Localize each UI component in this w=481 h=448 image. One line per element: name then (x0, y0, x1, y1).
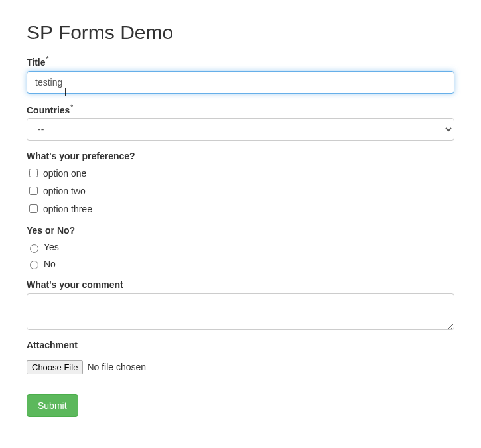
file-status-text: No file chosen (87, 362, 146, 372)
attachment-group: Attachment Choose File No file chosen (27, 340, 454, 374)
preference-option-two[interactable]: option two (27, 185, 454, 197)
preference-option-one-label: option one (43, 168, 86, 179)
attachment-label: Attachment (27, 340, 454, 350)
yesno-yes-label: Yes (44, 242, 59, 253)
yesno-radio-no[interactable] (30, 261, 38, 269)
preference-option-one[interactable]: option one (27, 167, 454, 179)
title-input[interactable] (27, 71, 454, 94)
required-asterisk: * (46, 56, 49, 63)
countries-label: Countries* (27, 104, 454, 115)
comment-label: What's your comment (27, 279, 454, 290)
preference-checkbox-three[interactable] (29, 204, 38, 213)
required-asterisk: * (70, 104, 73, 111)
countries-label-text: Countries (27, 104, 70, 115)
yesno-option-no[interactable]: No (27, 258, 454, 269)
preference-checkbox-one[interactable] (29, 169, 38, 177)
form-container: SP Forms Demo Title* I Countries* -- Wha… (0, 0, 481, 430)
preference-checkbox-two[interactable] (29, 187, 38, 195)
submit-button[interactable]: Submit (27, 394, 78, 417)
preference-option-three[interactable]: option three (27, 202, 454, 215)
title-group: Title* I (27, 56, 454, 94)
yesno-group: Yes or No? Yes No (27, 225, 454, 269)
countries-group: Countries* -- (27, 104, 454, 141)
preference-group: What's your preference? option one optio… (27, 151, 454, 215)
page-title: SP Forms Demo (27, 21, 454, 44)
yesno-label: Yes or No? (27, 225, 454, 236)
title-input-wrap: I (27, 71, 454, 94)
yesno-radio-yes[interactable] (30, 244, 38, 253)
comment-textarea[interactable] (27, 293, 454, 330)
choose-file-button[interactable]: Choose File (27, 360, 83, 374)
yesno-option-yes[interactable]: Yes (27, 241, 454, 252)
title-label-text: Title (27, 57, 46, 68)
file-input[interactable]: Choose File No file chosen (27, 360, 146, 374)
comment-group: What's your comment (27, 279, 454, 330)
preference-label: What's your preference? (27, 151, 454, 161)
title-label: Title* (27, 56, 454, 68)
yesno-no-label: No (44, 259, 56, 269)
countries-select[interactable]: -- (27, 118, 454, 141)
preference-option-three-label: option three (43, 204, 92, 214)
preference-option-two-label: option two (43, 186, 86, 196)
